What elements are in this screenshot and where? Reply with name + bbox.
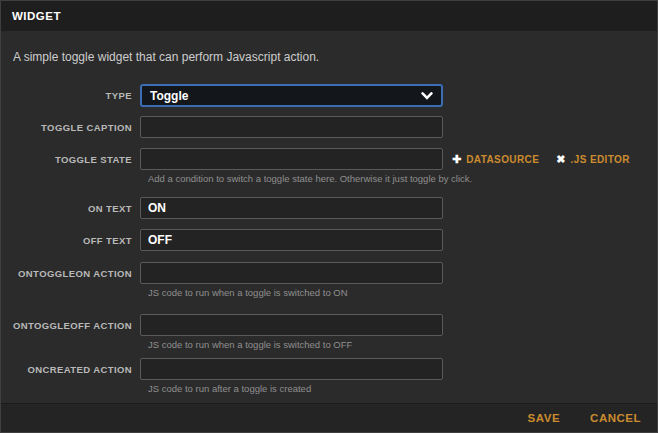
plus-icon: ✚ (452, 154, 461, 165)
off-text-label: OFF TEXT (1, 235, 140, 246)
field-row-type: TYPE Toggle (1, 84, 657, 107)
dialog-titlebar: WIDGET (1, 1, 657, 31)
on-text-input[interactable] (140, 197, 443, 219)
field-row-toggle-state: TOGGLE STATE ✚ DATASOURCE ✖ .JS EDITOR (1, 148, 657, 170)
field-row-oncreated: ONCREATED ACTION (1, 358, 657, 380)
toggle-state-input[interactable] (140, 148, 443, 170)
cancel-button[interactable]: CANCEL (590, 412, 641, 424)
ontoggleon-label: ONTOGGLEON ACTION (1, 268, 140, 279)
dialog-footer: SAVE CANCEL (1, 403, 657, 432)
chevron-down-icon (421, 92, 433, 100)
dialog-title: WIDGET (12, 10, 61, 22)
toggle-state-label: TOGGLE STATE (1, 154, 140, 165)
type-select[interactable]: Toggle (140, 84, 443, 107)
on-text-label: ON TEXT (1, 203, 140, 214)
ontoggleoff-input[interactable] (140, 314, 443, 336)
toggle-state-actions: ✚ DATASOURCE ✖ .JS EDITOR (452, 154, 630, 165)
oncreated-input[interactable] (140, 358, 443, 380)
ontoggleon-help: JS code to run when a toggle is switched… (148, 287, 657, 298)
ontoggleoff-label: ONTOGGLEOFF ACTION (1, 320, 140, 331)
off-text-input[interactable] (140, 229, 443, 251)
widget-description: A simple toggle widget that can perform … (13, 50, 645, 64)
field-row-toggle-caption: TOGGLE CAPTION (1, 116, 657, 138)
field-row-ontoggleon: ONTOGGLEON ACTION (1, 262, 657, 284)
datasource-label: DATASOURCE (466, 154, 539, 165)
ontoggleon-input[interactable] (140, 262, 443, 284)
save-button[interactable]: SAVE (528, 412, 560, 424)
js-editor-button[interactable]: ✖ .JS EDITOR (556, 154, 630, 165)
toggle-caption-label: TOGGLE CAPTION (1, 122, 140, 133)
field-row-on-text: ON TEXT (1, 197, 657, 219)
widget-dialog: WIDGET A simple toggle widget that can p… (0, 0, 658, 433)
js-editor-label: .JS EDITOR (571, 154, 630, 165)
type-select-value: Toggle (150, 89, 188, 103)
field-row-off-text: OFF TEXT (1, 229, 657, 251)
oncreated-label: ONCREATED ACTION (1, 364, 140, 375)
toggle-caption-input[interactable] (140, 116, 443, 138)
add-datasource-button[interactable]: ✚ DATASOURCE (452, 154, 539, 165)
field-row-ontoggleoff: ONTOGGLEOFF ACTION (1, 314, 657, 336)
ontoggleoff-help: JS code to run when a toggle is switched… (148, 339, 657, 350)
x-icon: ✖ (556, 154, 565, 165)
oncreated-help: JS code to run after a toggle is created (148, 383, 657, 394)
type-label: TYPE (1, 90, 140, 101)
toggle-state-help: Add a condition to switch a toggle state… (148, 173, 657, 184)
